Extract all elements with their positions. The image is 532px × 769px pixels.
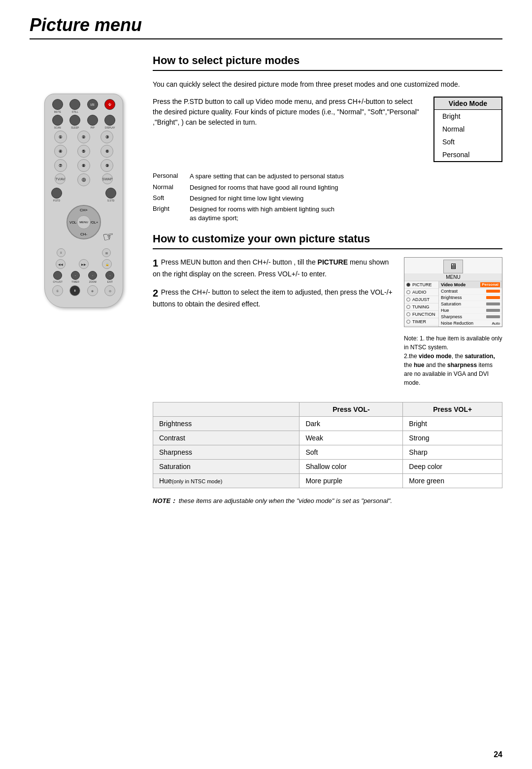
sidebar-audio: AUDIO: [404, 289, 438, 296]
mode-descriptions: Personal A spare setting that can be adj…: [153, 172, 502, 223]
menu-items-row: PICTURE AUDIO ADJUST: [404, 281, 502, 327]
menu-row-noise: Noise Reduction Auto: [439, 320, 502, 327]
remote-btn-still: STILL: [69, 99, 80, 113]
video-mode-header: Video Mode: [434, 98, 501, 110]
table-cell-brightness-minus: Dark: [299, 417, 403, 431]
table-cell-saturation-plus: Deep color: [403, 460, 502, 474]
video-mode-layout: Press the P.STD button to call up Video …: [153, 97, 502, 162]
table-header-vol-minus: Press VOL-: [299, 402, 403, 417]
remote-numpad-row3: ⑦ ⑧ ⑨: [49, 159, 119, 172]
table-cell-contrast-plus: Strong: [403, 431, 502, 445]
remote-btn-mute: MUTE: [52, 99, 63, 113]
table-cell-brightness-plus: Bright: [403, 417, 502, 431]
menu-row-saturation: Saturation: [439, 301, 502, 307]
note1: Note: 1. the hue item is available only …: [404, 334, 502, 352]
remote-numpad-row4: TV/AV ⓪ SWAP: [49, 173, 119, 186]
remote-btn-power: ⏻: [104, 99, 115, 113]
note-label: NOTE：: [153, 497, 177, 504]
mode-desc-normal: Normal Designed for rooms that have good…: [153, 183, 502, 192]
customize-layout: 1 Press MEUN button and then CH+/- butto…: [153, 257, 502, 387]
remote-row2: SCAN SLEEP PIP DISPLAY: [49, 115, 119, 129]
step2-number: 2: [153, 288, 161, 299]
remote-numpad-row2: ④ ⑤ ⑥: [49, 145, 119, 158]
table-cell-sharpness-plus: Sharp: [403, 445, 502, 460]
menu-sidebar: PICTURE AUDIO ADJUST: [404, 281, 439, 327]
menu-screen-icon: 🖥: [443, 260, 463, 273]
remote-nav: MENU CH+ CH- VOL- VOL+ ☞: [49, 205, 119, 239]
page-title: Picture menu: [30, 15, 502, 39]
menu-row-brightness: Brightness: [439, 295, 502, 301]
remote-top-row: MUTE STILL I/II ⏻: [49, 99, 119, 113]
video-mode-item-soft: Soft: [434, 135, 501, 148]
step1-number: 1: [153, 258, 161, 268]
page-number: 24: [494, 750, 502, 759]
step1-text: Press MEUN button and then CH+/- button …: [153, 258, 389, 278]
step2-text: Press the CH+/- button to select the ite…: [153, 288, 393, 308]
remote-arrows-row: ◀◀ ▶▶ 🔒: [49, 259, 119, 269]
notes-area: Note: 1. the hue item is available only …: [404, 334, 502, 387]
step2: 2 Press the CH+/- button to select the i…: [153, 287, 394, 309]
table-cell-contrast-minus: Weak: [299, 431, 403, 445]
mode-name-soft: Soft: [153, 194, 185, 201]
table-row-brightness: Brightness Dark Bright: [153, 417, 502, 431]
menu-screen: 🖥 MENU PICTURE AUDIO: [404, 257, 502, 327]
intro-text: You can quickly select the desired pictu…: [153, 79, 502, 90]
steps-area: 1 Press MEUN button and then CH+/- butto…: [153, 257, 394, 387]
remote-lock-btn: 🔒: [102, 259, 112, 269]
page-container: Picture menu MUTE STILL I/II: [0, 0, 532, 769]
remote-container: MUTE STILL I/II ⏻: [30, 54, 138, 506]
hand-pointer-icon: ☞: [101, 228, 115, 245]
video-mode-box: Video Mode Bright Normal Soft Personal: [433, 97, 502, 162]
remote-bottom-row1: CH LIST - TIMER - ZOOM - EXIT: [49, 271, 119, 283]
note-text: these items are adjustable only when the…: [179, 497, 392, 504]
table-row-saturation: Saturation Shallow color Deep color: [153, 460, 502, 474]
video-mode-item-bright: Bright: [434, 110, 501, 123]
menu-right-panel: Video Mode Personal Contrast Brightness: [439, 281, 502, 327]
video-mode-item-normal: Normal: [434, 123, 501, 135]
section2-heading: How to customize your own picture status: [153, 233, 502, 249]
menu-row-contrast: Contrast: [439, 288, 502, 295]
table-cell-hue-minus: More purple: [299, 474, 403, 488]
mode-text-normal: Designed for rooms that have good all ro…: [190, 183, 502, 192]
mode-text-bright: Designed for rooms with high ambient lig…: [190, 205, 502, 223]
remote-btn-ii: I/II: [87, 99, 98, 113]
table-header-vol-plus: Press VOL+: [403, 402, 502, 417]
table-cell-contrast-label: Contrast: [153, 431, 299, 445]
sidebar-timer: TIMER: [404, 318, 438, 326]
bottom-table-area: Press VOL- Press VOL+ Brightness Dark Br…: [153, 402, 502, 488]
mode-desc-personal: Personal A spare setting that can be adj…: [153, 172, 502, 181]
main-layout: MUTE STILL I/II ⏻: [30, 54, 502, 506]
menu-row-hue: Hue: [439, 307, 502, 314]
video-mode-item-personal: Personal: [434, 148, 501, 161]
table-cell-sharpness-minus: Soft: [299, 445, 403, 460]
note2: 2.the video mode, the saturation,the hue…: [404, 352, 502, 387]
content-area: How to select picture modes You can quic…: [153, 54, 502, 506]
table-cell-hue-label: Hue(only in NTSC mode): [153, 474, 299, 488]
mode-desc-soft: Soft Designed for night time low light v…: [153, 194, 502, 203]
sidebar-adjust: ADJUST: [404, 296, 438, 303]
sidebar-picture: PICTURE: [404, 281, 438, 289]
remote-control: MUTE STILL I/II ⏻: [44, 94, 123, 308]
table-cell-brightness-label: Brightness: [153, 417, 299, 431]
description-text: Press the P.STD button to call up Video …: [153, 97, 424, 128]
remote-func-row: ≡ ⊞: [49, 248, 119, 257]
remote-bottom-row2: ① ⏸ ⊕ ⊙: [49, 285, 119, 296]
table-row-hue: Hue(only in NTSC mode) More purple More …: [153, 474, 502, 488]
table-cell-sharpness-label: Sharpness: [153, 445, 299, 460]
table-row-contrast: Contrast Weak Strong: [153, 431, 502, 445]
table-header-item: [153, 402, 299, 417]
menu-row-sharpness: Sharpness: [439, 314, 502, 320]
remote-numpad-row1: ① ② ③: [49, 131, 119, 143]
step1: 1 Press MEUN button and then CH+/- butto…: [153, 257, 394, 279]
menu-right-header: Video Mode Personal: [439, 281, 502, 288]
mode-name-bright: Bright: [153, 205, 185, 212]
bottom-note: NOTE： these items are adjustable only wh…: [153, 496, 502, 506]
adjustment-table: Press VOL- Press VOL+ Brightness Dark Br…: [153, 402, 502, 488]
mode-desc-bright: Bright Designed for rooms with high ambi…: [153, 205, 502, 223]
remote-pstd-row: P.STD S.STD: [49, 188, 119, 202]
menu-label-bar: MENU: [404, 273, 502, 281]
mode-name-personal: Personal: [153, 172, 185, 179]
menu-screen-container: 🖥 MENU PICTURE AUDIO: [404, 257, 502, 387]
section1-heading: How to select picture modes: [153, 54, 502, 71]
table-cell-saturation-minus: Shallow color: [299, 460, 403, 474]
